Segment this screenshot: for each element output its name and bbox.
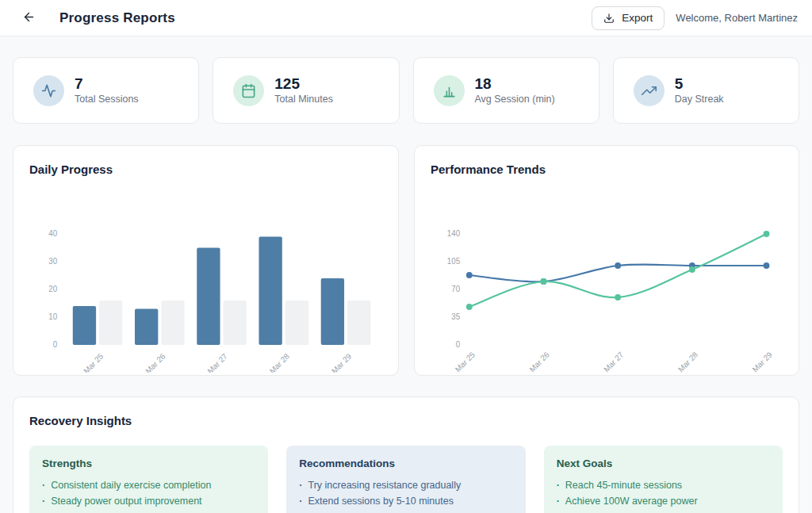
svg-text:10: 10 (48, 312, 57, 321)
insights-grid: Strengths Consistent daily exercise comp… (29, 446, 783, 513)
dashboard: 7 Total Sessions 125 Total Minutes 18 Av… (0, 36, 812, 513)
download-icon (603, 13, 615, 24)
welcome-text: Welcome, Robert Martinez (676, 12, 799, 24)
svg-text:Mar 27: Mar 27 (206, 352, 229, 373)
performance-trends-line-chart: 03570105140Mar 25Mar 26Mar 27Mar 28Mar 2… (431, 182, 783, 376)
page-title: Progress Reports (59, 10, 175, 26)
stat-value: 125 (274, 76, 333, 91)
svg-text:70: 70 (451, 285, 460, 293)
chart-title-daily-progress: Daily Progress (29, 163, 382, 176)
insight-box-next-goals: Next Goals Reach 45-minute sessions Achi… (544, 446, 783, 513)
insight-heading: Next Goals (557, 457, 770, 469)
svg-text:Mar 27: Mar 27 (602, 350, 625, 373)
stat-card-avg-session: 18 Avg Session (min) (413, 57, 599, 124)
recovery-insights-card: Recovery Insights Strengths Consistent d… (13, 396, 799, 513)
calendar-icon (233, 75, 264, 106)
insight-box-strengths: Strengths Consistent daily exercise comp… (29, 446, 268, 513)
insight-heading: Recommendations (299, 457, 512, 469)
back-button[interactable] (17, 7, 40, 29)
svg-text:35: 35 (451, 312, 460, 321)
svg-text:20: 20 (48, 285, 57, 293)
stats-row: 7 Total Sessions 125 Total Minutes 18 Av… (13, 57, 799, 124)
svg-text:Mar 29: Mar 29 (330, 351, 354, 373)
daily-progress-card: Daily Progress 010203040Mar 25Mar 26Mar … (13, 145, 399, 376)
svg-text:0: 0 (53, 340, 58, 349)
svg-text:Mar 28: Mar 28 (268, 351, 292, 373)
insight-item: Reach 45-minute sessions (557, 477, 770, 493)
insight-item: Steady power output improvement (42, 493, 255, 509)
svg-text:Mar 26: Mar 26 (144, 351, 167, 373)
stat-label: Avg Session (min) (475, 94, 555, 105)
svg-text:140: 140 (447, 229, 461, 238)
trending-up-icon (634, 75, 665, 106)
insight-item: Extend sessions by 5-10 minutes (299, 493, 512, 509)
svg-text:Mar 26: Mar 26 (528, 350, 552, 373)
insight-item: Consistent daily exercise completion (42, 477, 255, 493)
stat-card-total-minutes: 125 Total Minutes (213, 57, 399, 124)
svg-text:105: 105 (447, 257, 461, 266)
activity-icon (33, 75, 64, 106)
insight-heading: Strengths (42, 457, 255, 469)
arrow-left-icon (22, 10, 36, 26)
svg-text:40: 40 (48, 229, 57, 238)
svg-text:Mar 29: Mar 29 (751, 350, 775, 373)
stat-value: 5 (675, 76, 724, 91)
stat-value: 7 (75, 76, 139, 91)
stat-label: Total Sessions (75, 94, 139, 105)
charts-row: Daily Progress 010203040Mar 25Mar 26Mar … (13, 145, 799, 376)
export-button[interactable]: Export (592, 6, 665, 30)
svg-text:Mar 25: Mar 25 (454, 350, 477, 373)
stat-value: 18 (475, 76, 555, 91)
svg-text:30: 30 (48, 257, 57, 266)
export-button-label: Export (622, 12, 653, 24)
stat-card-day-streak: 5 Day Streak (613, 57, 799, 124)
daily-progress-bar-chart: 010203040Mar 25Mar 26Mar 27Mar 28Mar 29 (29, 182, 382, 376)
performance-trends-card: Performance Trends 03570105140Mar 25Mar … (414, 145, 799, 376)
top-bar: Progress Reports Export Welcome, Robert … (0, 0, 812, 36)
insight-item: Achieve 100W average power (557, 493, 770, 509)
svg-text:Mar 28: Mar 28 (676, 350, 700, 373)
bar-chart-icon (434, 75, 465, 106)
recovery-insights-title: Recovery Insights (29, 414, 783, 427)
stat-label: Total Minutes (274, 94, 333, 105)
insight-box-recommendations: Recommendations Try increasing resistanc… (286, 446, 525, 513)
stat-card-total-sessions: 7 Total Sessions (13, 57, 199, 124)
stat-label: Day Streak (675, 94, 724, 105)
insight-item: Try increasing resistance gradually (299, 477, 512, 493)
chart-title-performance-trends: Performance Trends (431, 163, 783, 176)
svg-text:Mar 25: Mar 25 (82, 351, 105, 373)
svg-text:0: 0 (456, 340, 461, 349)
